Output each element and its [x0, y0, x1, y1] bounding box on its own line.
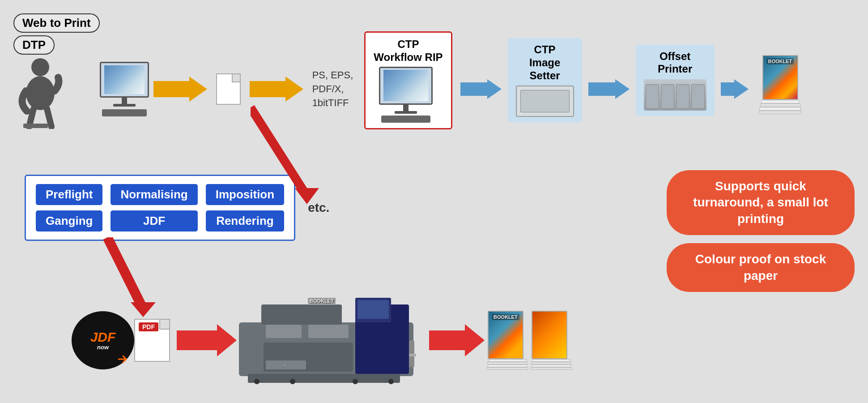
offset-printer-machine [644, 79, 706, 111]
svg-rect-12 [266, 325, 302, 338]
red-arrow-head-1 [217, 324, 237, 356]
svg-rect-17 [248, 374, 400, 383]
yellow-arrow-head [189, 77, 207, 102]
top-booklet-stack: BOOKLET [759, 55, 802, 114]
svg-rect-13 [308, 325, 349, 338]
blue-arrow-1 [460, 79, 502, 99]
offset-printer-box: OffsetPrinter [636, 45, 715, 116]
colour-proof-pill: Colour proof on stock paper [667, 243, 855, 292]
printer-unit-1 [646, 84, 659, 109]
supports-quick-pill: Supports quick turnaround, a small lot p… [667, 170, 855, 235]
red-arrow-2 [429, 324, 485, 356]
svg-point-19 [290, 379, 295, 384]
preflight-tag: Preflight [36, 184, 102, 205]
svg-rect-8 [261, 304, 342, 325]
ctp-monitor-screen [379, 67, 433, 105]
bottom-booklet-label-2: BOOKLET [308, 298, 336, 304]
bottom-booklet-cover-2: BOOKLET [532, 311, 567, 359]
yellow-arrow-head-2 [285, 77, 303, 102]
supports-quick-text: Supports quick turnaround, a small lot p… [693, 179, 828, 226]
ctp-rip-label: CTPWorkflow RIP [374, 38, 443, 64]
keyboard-icon [102, 109, 147, 116]
normalising-tag: Normalising [111, 184, 197, 205]
bottom-booklet-label-1: BOOKLET [492, 314, 519, 320]
booklet-pages-4 [759, 111, 802, 114]
printer-unit-3 [676, 84, 689, 109]
blue-arrow-body-1 [460, 82, 487, 96]
booklet-pages-2 [760, 103, 800, 107]
red-arrow-body-1 [177, 330, 217, 350]
yellow-arrow-body-2 [250, 81, 285, 97]
blue-arrow-2 [588, 79, 630, 99]
rendering-tag: Rendering [206, 210, 284, 232]
bottom-booklet-pages-8 [531, 367, 572, 370]
jdf-arrow-icon [116, 352, 130, 366]
svg-point-20 [353, 379, 358, 384]
svg-point-5 [26, 76, 55, 110]
jdf-tag: JDF [111, 210, 197, 232]
colour-proof-text: Colour proof on stock paper [695, 252, 826, 282]
yellow-arrow [153, 77, 207, 102]
bottom-booklet-group: BOOKLET BOOKLET [487, 311, 572, 370]
yellow-arrow-2 [250, 77, 303, 102]
person-block: Web to Print DTP [13, 13, 100, 129]
ctp-workflow-rip-box: CTPWorkflow RIP [364, 31, 452, 129]
jdf-now-text: now [97, 344, 109, 351]
bottom-booklet-pages-4 [487, 367, 528, 370]
svg-point-21 [388, 379, 394, 384]
monitor-screen-area [100, 62, 149, 98]
ctp-monitor-base [395, 111, 417, 114]
svg-rect-11 [357, 300, 389, 319]
top-workflow-row: Web to Print DTP [13, 13, 802, 129]
file-formats-text: PS, EPS,PDF/X,1bitTIFF [312, 69, 353, 110]
printer-unit-2 [661, 84, 674, 109]
person-icon [13, 57, 67, 129]
svg-marker-3 [131, 302, 156, 317]
svg-rect-23 [409, 354, 416, 356]
ctp-monitor-stand [403, 105, 408, 111]
ctp-keyboard [381, 116, 430, 123]
red-arrow-head-2 [465, 324, 485, 356]
booklet-label: BOOKLET [766, 58, 794, 64]
booklet-pages-1 [761, 100, 799, 103]
svg-line-2 [107, 237, 143, 309]
monitor-base [113, 104, 136, 107]
blue-arrow-body-2 [588, 82, 615, 96]
booklet-pages-3 [759, 107, 801, 111]
etc-label: etc. [308, 201, 329, 215]
red-arrow-body-2 [429, 330, 465, 350]
svg-point-4 [31, 58, 49, 76]
offset-printer-label: OffsetPrinter [658, 50, 692, 76]
bottom-booklet-2: BOOKLET [531, 311, 572, 370]
blue-arrow-head-2 [615, 79, 630, 99]
bottom-booklet-1: BOOKLET [487, 311, 528, 370]
blue-arrow-3 [721, 79, 749, 99]
monitor-stand [122, 98, 127, 104]
web-to-print-label: Web to Print [13, 13, 100, 33]
blue-arrow-body-3 [721, 82, 734, 96]
yellow-arrow-body [153, 81, 189, 97]
ctp-monitor [379, 67, 433, 123]
ctp-image-setter-box: CTPImageSetter [508, 38, 582, 122]
diagonal-arrow-2 [98, 237, 170, 327]
dtp-label: DTP [13, 35, 55, 55]
red-arrow-1 [177, 324, 237, 356]
monitor-display [104, 65, 145, 94]
jdf-logo-text: JDF [90, 330, 116, 344]
right-info-section: Supports quick turnaround, a small lot p… [667, 170, 855, 292]
ctp-image-setter-label: CTPImageSetter [529, 43, 560, 82]
svg-rect-6 [23, 124, 48, 128]
blue-arrow-head-1 [487, 79, 502, 99]
features-box: Preflight Normalising Imposition Ganging… [25, 175, 295, 241]
printer-unit-4 [691, 84, 705, 109]
computer-monitor [100, 62, 149, 116]
top-booklet-cover: BOOKLET [762, 55, 798, 100]
imposition-tag: Imposition [206, 184, 284, 205]
blue-arrow-head-3 [734, 79, 749, 99]
document-icon [216, 73, 241, 105]
svg-point-18 [254, 379, 260, 384]
ganging-tag: Ganging [36, 210, 102, 232]
ctp-machine-inner [520, 90, 570, 112]
ctp-monitor-display [383, 70, 428, 101]
ctp-image-setter-machine [516, 86, 574, 117]
